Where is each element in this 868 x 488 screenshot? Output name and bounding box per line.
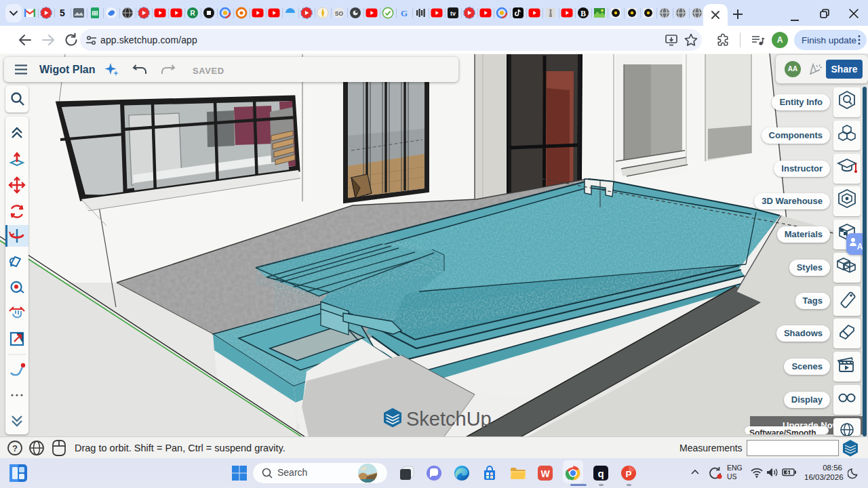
svg-text:5: 5 [60, 7, 65, 18]
svg-text:SO: SO [335, 10, 344, 17]
svg-text:?: ? [12, 443, 18, 453]
svg-text:P: P [625, 469, 631, 479]
svg-text:q: q [597, 468, 604, 479]
svg-text:G: G [401, 8, 408, 18]
svg-text:SketchUp: SketchUp [406, 408, 492, 430]
svg-text:R: R [190, 9, 195, 17]
svg-text:tv: tv [450, 10, 456, 17]
svg-text:B: B [580, 9, 586, 18]
svg-text:W: W [540, 468, 550, 479]
